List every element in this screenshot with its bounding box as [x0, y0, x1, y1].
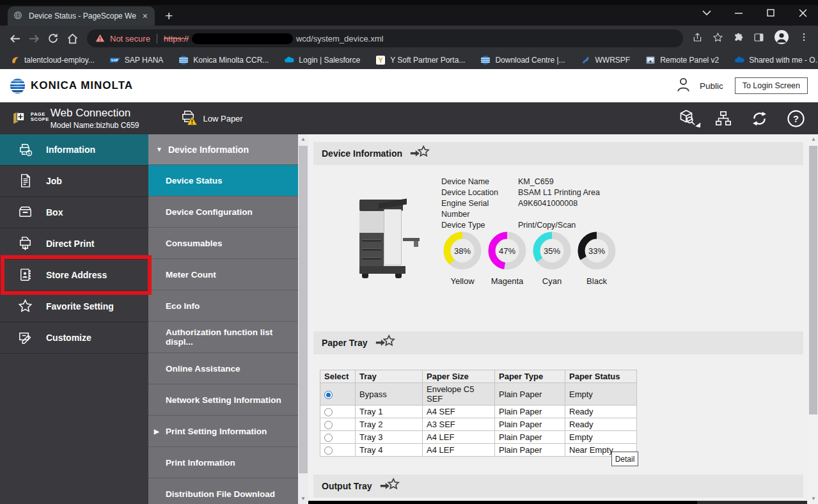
- paper-status-cell: Empty: [565, 383, 637, 406]
- section-title: Output Tray: [322, 481, 372, 491]
- bookmark-item[interactable]: WWRSPF: [581, 55, 631, 65]
- scroll-up-arrow[interactable]: ▲: [298, 134, 308, 145]
- tray-radio[interactable]: [324, 408, 333, 416]
- paper-type-cell: Plain Paper: [495, 431, 565, 444]
- submenu-item-consumables[interactable]: Consumables: [148, 228, 298, 259]
- device-info-value: A9K6041000008: [518, 198, 578, 220]
- info-printer-icon: [17, 141, 34, 158]
- sidebar-item-job[interactable]: Job: [0, 166, 148, 197]
- paper-tray-section-header: Paper Tray: [313, 331, 803, 354]
- bookmark-item[interactable]: Remote Panel v2: [645, 55, 719, 65]
- sidebar-item-customize[interactable]: Customize: [0, 322, 148, 354]
- submenu-item-device-configuration[interactable]: Device Configuration: [148, 196, 298, 228]
- submenu-item-authorization-function-list-displ-[interactable]: Authorization function list displ...: [148, 322, 298, 353]
- bookmark-item[interactable]: SAPSAP HANA: [110, 55, 163, 65]
- sidebar-item-favorite-setting[interactable]: Favorite Setting: [0, 291, 148, 322]
- help-icon[interactable]: ?: [787, 109, 805, 128]
- bookmarks-bar: talentcloud-employ...SAPSAP HANAKonica M…: [0, 51, 818, 69]
- paper-tray-row: Tray 2 A3 SEF Plain Paper Ready: [320, 418, 637, 431]
- submenu-item-print-information[interactable]: Print Information: [148, 447, 298, 478]
- share-icon[interactable]: [692, 32, 703, 45]
- toner-name: Magenta: [487, 276, 528, 286]
- bookmark-star-icon[interactable]: [712, 32, 723, 45]
- background-window-edge: [308, 501, 697, 504]
- tab-search-chevron-icon[interactable]: [702, 8, 712, 18]
- window-close-button[interactable]: [798, 8, 808, 18]
- submenu-item-device-status[interactable]: Device Status: [148, 165, 298, 196]
- profile-avatar[interactable]: [774, 29, 789, 47]
- bookmark-item[interactable]: Login | Salesforce: [284, 55, 360, 65]
- toner-gauge-magenta: 47% Magenta: [487, 230, 528, 286]
- submenu-header[interactable]: ▼ Device Information: [148, 134, 298, 165]
- toner-name: Yellow: [442, 276, 483, 286]
- scroll-down-arrow[interactable]: ▼: [808, 494, 818, 504]
- device-view-icon[interactable]: [677, 107, 696, 129]
- reload-button[interactable]: [43, 29, 63, 48]
- arrow-star-icon[interactable]: [379, 478, 400, 494]
- scroll-up-arrow[interactable]: ▲: [808, 134, 818, 145]
- submenu-item-network-setting-information[interactable]: Network Setting Information: [148, 384, 298, 416]
- sidebar-item-information[interactable]: Information: [0, 134, 148, 166]
- tray-radio[interactable]: [324, 391, 333, 399]
- browser-tab[interactable]: Device Status - PageScope Web C ×: [8, 6, 155, 26]
- tray-select-cell: [320, 444, 356, 457]
- main-content: Device Information Device Name KM_C659 D…: [308, 134, 808, 504]
- pagescope-logo-icon: [12, 109, 28, 128]
- extensions-icon[interactable]: [733, 32, 744, 45]
- tray-radio[interactable]: [324, 434, 333, 442]
- bookmark-item[interactable]: YY Soft Partner Porta...: [375, 55, 465, 65]
- device-information-section-header: Device Information: [313, 142, 803, 165]
- pagescope-wordmark: PAGESCOPE: [31, 112, 49, 123]
- column-header: Paper Type: [495, 370, 565, 383]
- arrow-star-icon[interactable]: [375, 335, 395, 351]
- tray-name-cell: Tray 1: [356, 406, 423, 418]
- menu-kebab-icon[interactable]: [799, 32, 809, 45]
- printer-illustration: [353, 198, 425, 283]
- submenu-item-meter-count[interactable]: Meter Count: [148, 259, 298, 290]
- submenu-item-online-assistance[interactable]: Online Assistance: [148, 353, 298, 384]
- submenu-item-distribution-file-download[interactable]: Distribution File Download: [148, 478, 298, 504]
- information-submenu: ▼ Device Information Device Status Devic…: [148, 134, 298, 504]
- fav-globe-blue: [480, 55, 491, 65]
- table-header-row: SelectTrayPaper SizePaper TypePaper Stat…: [320, 370, 637, 383]
- new-tab-button[interactable]: +: [165, 9, 173, 22]
- back-button[interactable]: [5, 29, 24, 48]
- tray-radio[interactable]: [324, 446, 333, 455]
- forward-button[interactable]: [24, 29, 43, 48]
- tray-name-cell: Bypass: [356, 383, 423, 406]
- section-title: Paper Tray: [322, 338, 368, 348]
- sitemap-icon[interactable]: [714, 109, 732, 127]
- tray-radio[interactable]: [324, 421, 333, 429]
- bookmark-item[interactable]: Download Centre |...: [480, 55, 565, 65]
- minimize-button[interactable]: [734, 8, 744, 18]
- submenu-item-print-setting-information[interactable]: ▶ Print Setting Information: [148, 416, 298, 447]
- warning-icon: [95, 33, 106, 43]
- main-scrollbar[interactable]: ▲ ▼: [808, 134, 818, 504]
- bookmark-item[interactable]: talentcloud-employ...: [10, 55, 95, 65]
- toner-gauge-cyan: 35% Cyan: [531, 230, 572, 286]
- column-header: Paper Size: [423, 370, 495, 383]
- maximize-button[interactable]: [766, 8, 776, 18]
- side-panel-icon[interactable]: [753, 32, 764, 45]
- scroll-down-arrow[interactable]: ▼: [298, 494, 308, 504]
- not-secure-label[interactable]: Not secure: [110, 34, 150, 43]
- device-info-fields: Device Name KM_C659 Device Location BSAM…: [441, 177, 600, 231]
- address-bar[interactable]: Not secure https:// wcd/system_device.xm…: [87, 29, 683, 47]
- sidebar-item-box[interactable]: Box: [0, 197, 148, 228]
- fav-onedrive: [734, 55, 744, 65]
- tab-close-icon[interactable]: ×: [141, 12, 149, 20]
- scrollbar-thumb[interactable]: [809, 146, 817, 414]
- detail-button[interactable]: Detail: [611, 452, 638, 466]
- submenu-item-label: Network Setting Information: [166, 395, 281, 405]
- submenu-item-eco-info[interactable]: Eco Info: [148, 290, 298, 322]
- home-button[interactable]: [63, 29, 82, 48]
- scrollbar-thumb[interactable]: [299, 146, 308, 473]
- to-login-screen-button[interactable]: To Login Screen: [735, 77, 808, 94]
- refresh-icon[interactable]: [750, 109, 769, 128]
- tab-strip: Device Status - PageScope Web C × +: [0, 5, 818, 26]
- bookmark-item[interactable]: Shared with me - O...: [734, 55, 818, 65]
- bookmark-item[interactable]: Konica Minolta CCR...: [178, 55, 269, 65]
- submenu-scrollbar[interactable]: ▲ ▼: [298, 134, 308, 504]
- arrow-star-icon[interactable]: [409, 145, 430, 162]
- output-tray-section-header: Output Tray: [313, 475, 803, 498]
